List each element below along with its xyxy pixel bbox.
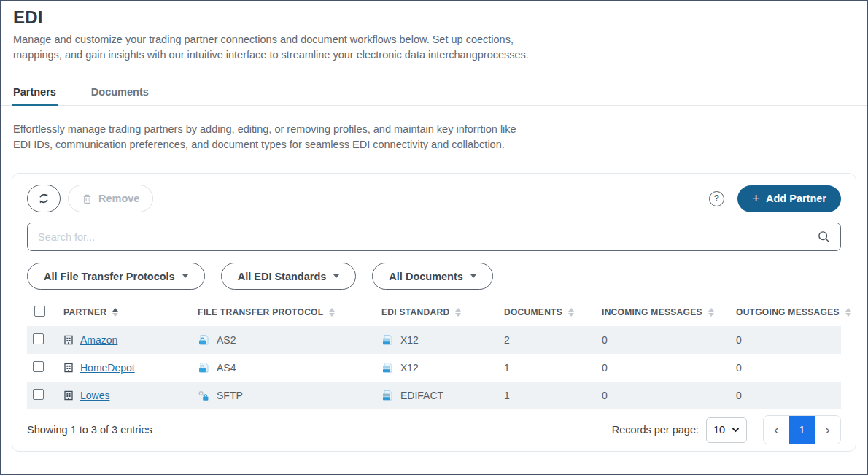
- as2-protocol-icon: [198, 334, 210, 347]
- plus-icon: +: [752, 191, 760, 205]
- sort-icon: [112, 308, 118, 317]
- chevron-down-icon: [333, 274, 339, 278]
- tab-bar: Partners Documents: [1, 86, 867, 106]
- toolbar: Remove ? + Add Partner: [27, 185, 841, 212]
- partners-tab-description-line2: EDI IDs, communication preferences, and …: [13, 137, 855, 152]
- as4-protocol-icon: [198, 362, 210, 374]
- sort-icon: [568, 308, 574, 317]
- column-header-file-transfer-protocol[interactable]: FILE TRANSFER PROTOCOL: [198, 307, 370, 317]
- incoming-messages-count: 0: [596, 354, 730, 382]
- filter-file-transfer-protocols-label: All File Transfer Protocols: [44, 271, 175, 282]
- column-header-documents[interactable]: DOCUMENTS: [504, 307, 590, 317]
- pagination: ‹ 1 ›: [763, 415, 841, 444]
- partner-link[interactable]: Lowes: [80, 390, 109, 401]
- sort-icon: [708, 308, 714, 317]
- protocol-label: AS4: [217, 362, 236, 374]
- records-per-page-value: 10: [713, 424, 725, 436]
- outgoing-messages-count: 0: [730, 326, 841, 354]
- edifact-standard-icon: [381, 390, 394, 402]
- table-row: HomeDepot AS4: [27, 354, 841, 382]
- table-header-row: PARTNER FILE TRANSFER PROTOCOL EDI STAND…: [27, 298, 841, 326]
- partners-tab-description-line1: Effortlessly manage trading partners by …: [13, 122, 855, 137]
- help-icon[interactable]: ?: [709, 191, 724, 206]
- filter-file-transfer-protocols[interactable]: All File Transfer Protocols: [27, 263, 205, 290]
- page-description-line1: Manage and customize your trading partne…: [13, 32, 855, 47]
- search-icon: [817, 230, 831, 244]
- building-icon: [63, 363, 74, 373]
- documents-count: 2: [498, 326, 596, 354]
- column-header-outgoing-messages[interactable]: OUTGOING MESSAGES: [736, 307, 835, 317]
- standard-label: EDIFACT: [400, 390, 443, 401]
- page-description-line2: mappings, and gain insights with our int…: [13, 47, 855, 63]
- refresh-button[interactable]: [27, 185, 61, 212]
- search-bar: [27, 223, 841, 251]
- table-footer: Showing 1 to 3 of 3 entries Records per …: [27, 415, 841, 444]
- records-per-page-select[interactable]: 10: [706, 417, 747, 443]
- x12-standard-icon: [381, 362, 394, 374]
- column-header-partner[interactable]: PARTNER: [63, 307, 186, 317]
- partner-link[interactable]: Amazon: [80, 334, 117, 346]
- remove-button[interactable]: Remove: [68, 185, 153, 212]
- select-all-checkbox[interactable]: [34, 306, 45, 317]
- page-header: EDI Manage and customize your trading pa…: [1, 1, 867, 63]
- sort-icon: [845, 308, 851, 317]
- search-button[interactable]: [807, 223, 840, 250]
- row-checkbox[interactable]: [33, 361, 44, 372]
- partners-card: Remove ? + Add Partner: [12, 173, 856, 452]
- chevron-down-icon: [732, 427, 740, 433]
- sort-icon: [329, 308, 335, 317]
- trash-icon: [82, 193, 93, 204]
- add-partner-button[interactable]: + Add Partner: [737, 185, 841, 212]
- chevron-down-icon: [182, 274, 188, 278]
- column-header-incoming-messages[interactable]: INCOMING MESSAGES: [602, 307, 724, 317]
- incoming-messages-count: 0: [596, 382, 730, 409]
- refresh-icon: [37, 192, 50, 205]
- tab-partners[interactable]: Partners: [13, 86, 56, 105]
- next-page-button[interactable]: ›: [815, 416, 840, 444]
- remove-button-label: Remove: [98, 193, 139, 204]
- sftp-protocol-icon: [198, 390, 210, 402]
- standard-label: X12: [400, 334, 419, 346]
- table-row: Amazon AS2: [27, 326, 841, 354]
- building-icon: [63, 390, 74, 401]
- previous-page-button[interactable]: ‹: [764, 416, 789, 444]
- row-checkbox[interactable]: [33, 389, 44, 400]
- filter-documents[interactable]: All Documents: [372, 263, 493, 290]
- standard-label: X12: [400, 362, 419, 374]
- outgoing-messages-count: 0: [730, 382, 841, 409]
- filter-edi-standards[interactable]: All EDI Standards: [221, 263, 357, 290]
- documents-count: 1: [498, 354, 596, 382]
- filter-edi-standards-label: All EDI Standards: [238, 271, 327, 282]
- row-checkbox[interactable]: [33, 333, 44, 344]
- records-per-page-label: Records per page:: [612, 424, 699, 436]
- chevron-down-icon: [470, 274, 476, 278]
- x12-standard-icon: [381, 334, 394, 347]
- building-icon: [63, 335, 74, 345]
- tab-documents[interactable]: Documents: [91, 86, 149, 105]
- page-description: Manage and customize your trading partne…: [13, 32, 855, 63]
- showing-entries-text: Showing 1 to 3 of 3 entries: [27, 424, 152, 436]
- protocol-label: AS2: [217, 334, 236, 346]
- page-title: EDI: [13, 7, 855, 28]
- table-row: Lowes SFTP: [27, 382, 841, 409]
- partners-table: PARTNER FILE TRANSFER PROTOCOL EDI STAND…: [27, 298, 841, 409]
- incoming-messages-count: 0: [596, 326, 730, 354]
- search-input[interactable]: [28, 223, 807, 250]
- page-number-button[interactable]: 1: [789, 416, 815, 444]
- partner-link[interactable]: HomeDepot: [80, 362, 135, 374]
- protocol-label: SFTP: [217, 390, 243, 401]
- add-partner-button-label: Add Partner: [766, 193, 826, 204]
- column-header-edi-standard[interactable]: EDI STANDARD: [381, 307, 492, 317]
- sort-icon: [455, 308, 461, 317]
- outgoing-messages-count: 0: [730, 354, 841, 382]
- filter-bar: All File Transfer Protocols All EDI Stan…: [27, 263, 841, 290]
- partners-tab-description: Effortlessly manage trading partners by …: [1, 122, 867, 152]
- edi-page: EDI Manage and customize your trading pa…: [0, 0, 868, 475]
- documents-count: 1: [498, 382, 596, 409]
- filter-documents-label: All Documents: [389, 271, 463, 282]
